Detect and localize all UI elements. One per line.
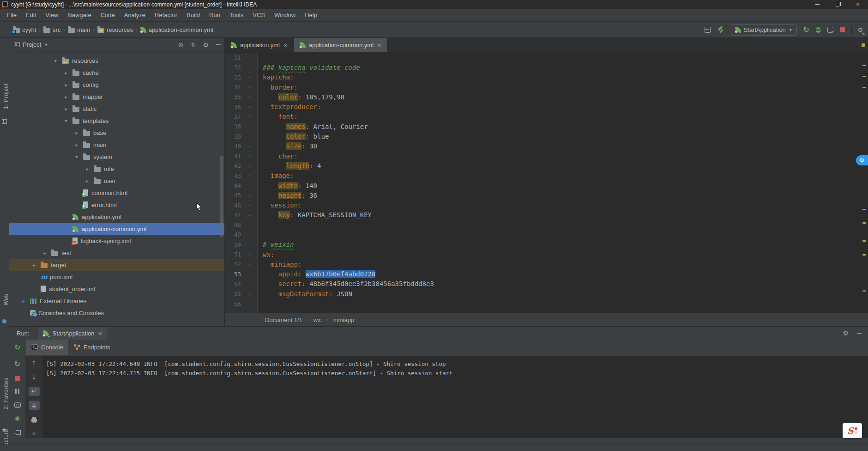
code-line-38[interactable]: 38 names: Arial, Courier [225,122,868,131]
stripe-mark[interactable] [862,222,866,224]
yaml-breadcrumb-Document-1-1[interactable]: Document 1/1 [265,317,302,323]
menu-build[interactable]: Build [182,10,204,20]
fold-marker-icon[interactable]: ▾ [241,262,258,266]
menu-window[interactable]: Window [270,10,300,20]
stripe-mark[interactable] [862,254,866,256]
fold-marker-icon[interactable]: ▾ [241,75,258,79]
tree-right-arrow-icon[interactable]: ▸ [63,94,69,99]
hide-panel-icon[interactable] [216,44,221,45]
tree-item-Scratches and Consoles[interactable]: Scratches and Consoles [9,307,224,319]
code-line-51[interactable]: 51▾wx: [225,250,868,259]
project-panel-title[interactable]: Project [23,41,41,48]
tree-item-pom.xml[interactable]: mpom.xml [9,271,224,283]
tree-item-External Libraries[interactable]: ▸External Libraries [9,295,224,307]
fold-marker-icon[interactable]: ▴ [241,193,258,197]
debug-button[interactable] [816,27,821,33]
tool-button-favorites[interactable]: 2: Favorites [0,377,9,411]
fold-marker-icon[interactable]: ▾ [241,115,258,119]
code-line-48[interactable]: 48 [225,220,868,230]
close-icon[interactable]: × [283,42,288,48]
code-line-46[interactable]: 46▾ session: [225,200,868,210]
stripe-mark[interactable] [862,76,866,77]
code-line-54[interactable]: 54 secret: 48b6f345d0ee3f2b38456a35fbddd… [225,279,868,289]
breadcrumb-item-resources[interactable]: resources [97,26,133,33]
code-area[interactable]: 3132### kaptcha validate code33▾kaptcha:… [225,53,868,313]
menu-edit[interactable]: Edit [22,10,40,20]
stripe-mark[interactable] [862,87,866,88]
editor-tab-application.yml[interactable]: application.yml× [225,38,294,52]
tree-right-arrow-icon[interactable]: ▸ [73,130,80,135]
chevron-down-icon[interactable]: ▼ [44,43,48,47]
code-line-47[interactable]: 47▴ key: KAPTCHA_SESSION_KEY [225,210,868,220]
inspection-status-icon[interactable] [862,43,865,47]
breadcrumb-item-src[interactable]: src [43,26,60,33]
menu-tools[interactable]: Tools [225,10,247,20]
pause-button[interactable] [12,389,23,394]
printer-button[interactable] [29,414,40,424]
tree-item-target[interactable]: ▸target [9,259,224,271]
run-button[interactable]: ↻ [803,26,809,34]
code-line-34[interactable]: 34▾ border: [225,82,868,92]
restore-button[interactable] [827,0,848,9]
fold-marker-icon[interactable]: ▾ [241,252,258,256]
collapse-all-icon[interactable]: ⇅ [191,42,195,48]
code-line-52[interactable]: 52▾ miniapp: [225,259,868,269]
stripe-mark[interactable] [862,65,866,66]
menu-run[interactable]: Run [205,10,224,20]
gear-icon[interactable]: ⚙ [843,330,849,336]
close-button[interactable]: × [848,0,868,9]
console-output[interactable]: [S] 2022-02-03 17:22:44.649 INFO [com.st… [42,356,868,438]
tool-button-project[interactable]: 1: Project [0,79,9,114]
fold-marker-icon[interactable]: ▴ [241,144,258,148]
profiler-button[interactable] [827,27,833,33]
tree-item-student_order.iml[interactable]: student_order.iml [9,283,224,295]
down-button[interactable]: ↓ [29,372,40,382]
tree-item-resources[interactable]: ▾resources [9,55,224,67]
code-line-36[interactable]: 36▾ textproducer: [225,102,868,111]
hotswap-button[interactable]: ✱ [12,415,23,422]
code-line-56[interactable]: 56 [225,299,868,308]
close-icon[interactable]: × [98,330,103,336]
menu-refactor[interactable]: Refactor [151,10,181,20]
rerun-button[interactable]: ↻ [12,360,23,368]
tree-item-application.yml[interactable]: application.yml [9,211,224,223]
yaml-breadcrumb-miniapp-[interactable]: miniapp: [333,317,356,323]
stripe-mark[interactable] [862,290,866,292]
tree-right-arrow-icon[interactable]: ▸ [84,166,90,171]
tree-item-static[interactable]: ▸static [9,103,224,115]
code-line-50[interactable]: 50# weixin [225,240,868,250]
fold-marker-icon[interactable]: ▴ [241,292,258,296]
stop-button[interactable] [840,27,845,32]
editor-tab-application-common.yml[interactable]: application-common.yml× [294,38,388,52]
tree-right-arrow-icon[interactable]: ▸ [42,250,48,256]
run-configuration-select[interactable]: StartApplication ▼ [731,24,797,36]
fold-marker-icon[interactable]: ▴ [241,164,258,168]
tree-right-arrow-icon[interactable]: ▸ [20,299,27,304]
menu-analyze[interactable]: Analyze [120,10,150,20]
camera-button[interactable] [12,402,23,408]
code-line-55[interactable]: 55▴ msgDataFormat: JSON [225,289,868,299]
tree-down-arrow-icon[interactable]: ▾ [63,118,69,123]
sogou-side-tab[interactable]: ⚙ [856,155,868,165]
more-button[interactable]: » [29,429,40,438]
menu-help[interactable]: Help [301,10,321,20]
tool-button-web[interactable]: Web [0,292,9,307]
yaml-breadcrumb-wx-[interactable]: wx: [313,317,323,323]
code-line-41[interactable]: 41▾ char: [225,151,868,161]
hide-panel-icon[interactable] [857,333,862,334]
code-line-35[interactable]: 35▴ color: 105,179,90 [225,92,868,102]
tree-item-system[interactable]: ▾system [9,151,224,163]
fold-marker-icon[interactable]: ▾ [241,85,258,89]
menu-vcs[interactable]: VCS [248,10,269,20]
code-line-53[interactable]: 53 appid: wx6b17b0ef4abd0728 [225,269,868,279]
close-icon[interactable]: × [377,42,382,48]
code-line-32[interactable]: 32### kaptcha validate code [225,62,868,72]
run-tab-startapplication[interactable]: StartApplication × [38,327,107,340]
breadcrumb-item-main[interactable]: main [68,26,90,33]
rerun-icon[interactable]: ↻ [14,344,20,351]
code-line-44[interactable]: 44 width: 140 [225,181,868,190]
tree-right-arrow-icon[interactable]: ▸ [73,142,80,147]
tree-item-base[interactable]: ▸base [9,127,224,139]
run-tool-window-icon[interactable] [705,27,711,33]
menu-view[interactable]: View [41,10,62,20]
